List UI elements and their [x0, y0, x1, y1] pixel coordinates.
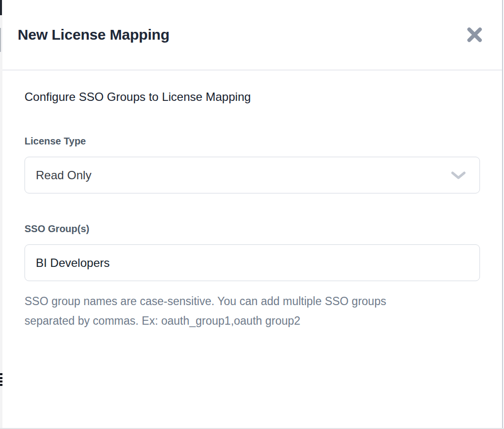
modal-header: New License Mapping: [2, 0, 502, 71]
license-type-selected-value: Read Only: [36, 168, 91, 182]
sso-groups-help-text: SSO group names are case-sensitive. You …: [25, 291, 480, 331]
modal-body: Configure SSO Groups to License Mapping …: [2, 71, 502, 331]
license-type-label: License Type: [25, 135, 480, 147]
modal-title: New License Mapping: [18, 26, 170, 43]
background-fragment-line: [0, 28, 1, 52]
license-type-field: License Type Read Only: [25, 135, 480, 193]
sso-groups-field: SSO Group(s) SSO group names are case-se…: [25, 223, 480, 331]
new-license-mapping-modal: New License Mapping Configure SSO Groups…: [2, 0, 503, 429]
license-type-select[interactable]: Read Only: [25, 157, 480, 193]
intro-text: Configure SSO Groups to License Mapping: [25, 90, 480, 104]
close-icon: [467, 27, 482, 42]
background-fragment-dark: [0, 0, 2, 15]
sso-groups-label: SSO Group(s): [25, 223, 480, 235]
chevron-down-icon: [451, 171, 466, 179]
screen: { "modal": { "title": "New License Mappi…: [0, 0, 504, 429]
close-button[interactable]: [464, 24, 485, 45]
sso-groups-input[interactable]: [25, 244, 480, 281]
